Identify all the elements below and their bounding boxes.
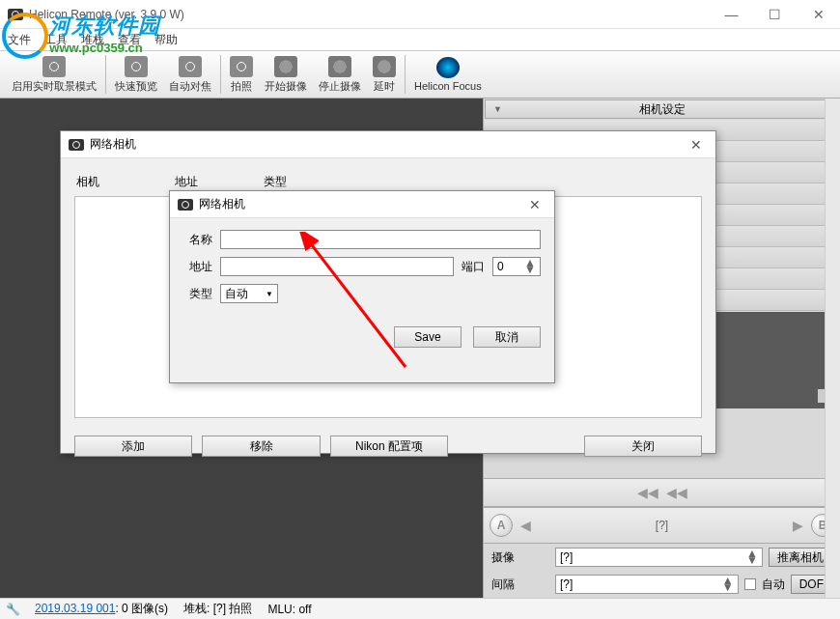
separator bbox=[220, 55, 221, 94]
dialog-title: 网络相机 bbox=[199, 196, 523, 212]
window-buttons: — ☐ ✕ bbox=[710, 0, 840, 29]
type-row: 类型 自动▼ bbox=[170, 280, 554, 307]
skip-back-icon[interactable]: ◀◀ bbox=[637, 485, 658, 500]
camera-settings-header[interactable]: ▼ 相机设定 bbox=[485, 99, 839, 119]
shoot-spinner[interactable]: [?]▲▼ bbox=[555, 548, 763, 567]
shoot-label: 摄像 bbox=[491, 549, 549, 566]
step-back-icon[interactable]: ◀◀ bbox=[666, 485, 687, 500]
preview-icon bbox=[125, 56, 148, 77]
name-input[interactable] bbox=[220, 230, 541, 249]
app-icon bbox=[8, 9, 23, 20]
preview-button[interactable]: 快速预览 bbox=[109, 54, 163, 96]
auto-checkbox[interactable] bbox=[744, 578, 756, 590]
next-icon[interactable]: ▶ bbox=[793, 518, 803, 533]
camera-icon bbox=[69, 139, 84, 151]
menu-file[interactable]: 文件 bbox=[8, 32, 31, 48]
window-title: Helicon Remote (ver. 3.9.0 W) bbox=[29, 8, 710, 21]
stop-rec-button[interactable]: 停止摄像 bbox=[313, 54, 367, 96]
minimize-button[interactable]: — bbox=[710, 0, 753, 29]
interval-spinner[interactable]: [?]▲▼ bbox=[555, 575, 739, 594]
name-label: 名称 bbox=[183, 232, 212, 248]
address-label: 地址 bbox=[183, 259, 212, 275]
add-button[interactable]: 添加 bbox=[74, 436, 192, 457]
col-camera: 相机 bbox=[76, 174, 163, 190]
dialog-titlebar[interactable]: 网络相机 ✕ bbox=[170, 191, 554, 218]
interval-row: 间隔 [?]▲▼ 自动 DOF bbox=[484, 571, 840, 598]
name-row: 名称 bbox=[170, 226, 554, 253]
mlu-status: MLU: off bbox=[267, 603, 311, 616]
shutter-icon bbox=[230, 56, 253, 77]
dialog-titlebar[interactable]: 网络相机 ✕ bbox=[61, 131, 715, 158]
close-icon[interactable]: ✕ bbox=[523, 197, 546, 212]
close-button[interactable]: 关闭 bbox=[584, 436, 702, 457]
camera-icon bbox=[178, 199, 193, 211]
col-type: 类型 bbox=[264, 174, 700, 190]
window-titlebar: Helicon Remote (ver. 3.9.0 W) — ☐ ✕ bbox=[0, 0, 840, 29]
capture-button[interactable]: 拍照 bbox=[224, 54, 259, 96]
close-icon[interactable]: ✕ bbox=[685, 137, 708, 153]
session-link[interactable]: 2019.03.19 001 bbox=[35, 602, 115, 615]
focus-icon bbox=[179, 56, 202, 77]
save-button[interactable]: Save bbox=[394, 326, 462, 348]
timelapse-button[interactable]: 延时 bbox=[367, 54, 402, 96]
menu-help[interactable]: 帮助 bbox=[154, 32, 178, 48]
record-icon bbox=[274, 56, 297, 77]
ab-nav: A ◀ [?] ▶ B bbox=[484, 507, 840, 544]
panel-title: 相机设定 bbox=[639, 101, 686, 118]
dialog-title: 网络相机 bbox=[90, 136, 685, 153]
auto-label: 自动 bbox=[762, 577, 785, 593]
nav-value: [?] bbox=[539, 519, 785, 532]
close-button[interactable]: ✕ bbox=[797, 0, 840, 29]
dialog-buttons: 添加 移除 Nikon 配置项 关闭 bbox=[61, 428, 715, 464]
helicon-focus-button[interactable]: Helicon Focus bbox=[408, 55, 488, 94]
liveview-button[interactable]: 启用实时取景模式 bbox=[6, 54, 102, 96]
image-count: : 0 图像(s) bbox=[115, 602, 168, 615]
separator bbox=[105, 55, 106, 94]
port-label: 端口 bbox=[462, 259, 485, 275]
statusbar: 🔧 2019.03.19 001: 0 图像(s) 堆栈: [?] 拍照 MLU… bbox=[0, 598, 840, 619]
type-select[interactable]: 自动▼ bbox=[220, 284, 278, 303]
interval-label: 间隔 bbox=[491, 577, 549, 593]
menu-tools[interactable]: 工具 bbox=[44, 32, 68, 48]
prev-icon[interactable]: ◀ bbox=[520, 518, 531, 533]
address-row: 地址 端口 0▲▼ bbox=[170, 253, 554, 280]
collapse-icon: ▼ bbox=[493, 104, 502, 114]
network-camera-form-dialog: 网络相机 ✕ 名称 地址 端口 0▲▼ 类型 自动▼ Save 取消 bbox=[169, 190, 555, 383]
timer-icon bbox=[373, 56, 396, 77]
start-rec-button[interactable]: 开始摄像 bbox=[259, 54, 313, 96]
stack-status: 堆栈: [?] 拍照 bbox=[183, 601, 252, 617]
menu-view[interactable]: 查看 bbox=[118, 32, 141, 48]
camera-icon bbox=[42, 56, 66, 77]
chevron-down-icon: ▼ bbox=[266, 290, 273, 298]
point-a-button[interactable]: A bbox=[490, 514, 513, 537]
menubar: 文件 工具 堆栈 查看 帮助 bbox=[0, 29, 840, 50]
col-address: 地址 bbox=[175, 174, 252, 190]
port-input[interactable]: 0▲▼ bbox=[492, 257, 541, 276]
scrollbar[interactable] bbox=[825, 98, 840, 598]
wrench-icon[interactable]: 🔧 bbox=[6, 603, 19, 616]
form-buttons: Save 取消 bbox=[170, 307, 554, 357]
focus-nav: ◀◀ ◀◀ bbox=[484, 478, 840, 507]
push-camera-button[interactable]: 推离相机 bbox=[769, 548, 832, 567]
remove-button[interactable]: 移除 bbox=[202, 436, 320, 457]
maximize-button[interactable]: ☐ bbox=[753, 0, 797, 29]
separator bbox=[405, 55, 406, 94]
stop-icon bbox=[328, 56, 351, 77]
autofocus-button[interactable]: 自动对焦 bbox=[163, 54, 217, 96]
toolbar: 启用实时取景模式 快速预览 自动对焦 拍照 开始摄像 停止摄像 延时 Helic… bbox=[0, 50, 840, 98]
menu-stack[interactable]: 堆栈 bbox=[81, 32, 104, 48]
helicon-icon bbox=[436, 57, 460, 78]
nikon-config-button[interactable]: Nikon 配置项 bbox=[330, 436, 448, 457]
cancel-button[interactable]: 取消 bbox=[473, 326, 541, 348]
address-input[interactable] bbox=[220, 257, 454, 276]
shoot-row: 摄像 [?]▲▼ 推离相机 bbox=[484, 544, 840, 571]
type-label: 类型 bbox=[183, 286, 212, 302]
